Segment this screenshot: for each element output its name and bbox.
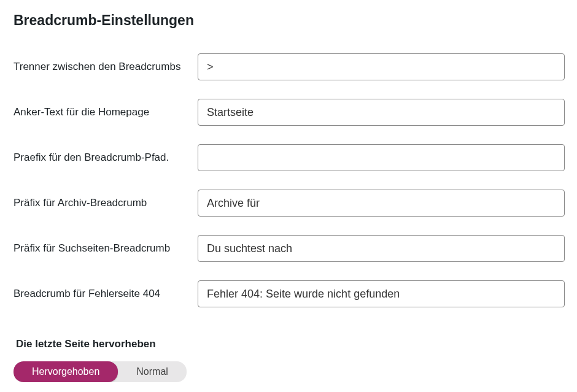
input-home-anchor[interactable] <box>198 99 565 126</box>
row-search-prefix: Präfix für Suchseiten-Breadcrumb <box>14 235 565 262</box>
row-home-anchor: Anker-Text für die Homepage <box>14 99 565 126</box>
input-archive-prefix[interactable] <box>198 190 565 217</box>
row-separator: Trenner zwischen den Breadcrumbs <box>14 53 565 80</box>
row-error404: Breadcrumb für Fehlerseite 404 <box>14 280 565 307</box>
input-path-prefix[interactable] <box>198 144 565 171</box>
label-highlight: Die letzte Seite hervorheben <box>16 338 565 350</box>
label-separator: Trenner zwischen den Breadcrumbs <box>14 60 198 74</box>
toggle-highlighted[interactable]: Hervorgehoben <box>14 361 118 382</box>
highlight-section: Die letzte Seite hervorheben Hervorgehob… <box>14 338 565 382</box>
page-title: Breadcrumb-Einstellungen <box>14 12 565 29</box>
label-archive-prefix: Präfix für Archiv-Breadcrumb <box>14 196 198 210</box>
input-separator[interactable] <box>198 53 565 80</box>
toggle-highlight: Hervorgehoben Normal <box>14 361 187 382</box>
toggle-normal[interactable]: Normal <box>118 361 187 382</box>
label-error404: Breadcrumb für Fehlerseite 404 <box>14 286 198 301</box>
row-archive-prefix: Präfix für Archiv-Breadcrumb <box>14 190 565 217</box>
row-path-prefix: Praefix für den Breadcrumb-Pfad. <box>14 144 565 171</box>
label-path-prefix: Praefix für den Breadcrumb-Pfad. <box>14 150 198 165</box>
input-search-prefix[interactable] <box>198 235 565 262</box>
label-home-anchor: Anker-Text für die Homepage <box>14 105 198 120</box>
label-search-prefix: Präfix für Suchseiten-Breadcrumb <box>14 241 198 256</box>
input-error404[interactable] <box>198 280 565 307</box>
